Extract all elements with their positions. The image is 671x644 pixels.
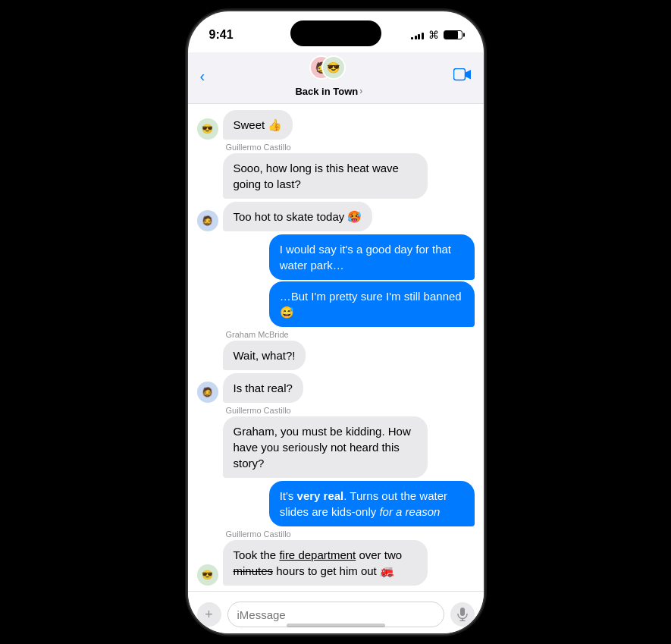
messages-area: 😎 Sweet 👍 Guillermo Castillo Sooo, how l… [188, 104, 484, 591]
group-avatars: 🧔 😎 [309, 55, 349, 84]
plus-button[interactable]: + [197, 602, 221, 627]
group-avatar-2: 😎 [321, 55, 346, 80]
sender-name-guillermo3: Guillermo Castillo [226, 529, 291, 539]
message-row-veryreal: It's very real. Turns out the water slid… [197, 481, 475, 526]
sender-name-guillermo2: Guillermo Castillo [226, 406, 291, 415]
message-row-partial: 😎 Sweet 👍 [197, 110, 475, 140]
message-row-firedept: 😎 Guillermo Castillo Took the fire depar… [197, 529, 475, 586]
home-indicator [287, 624, 385, 627]
back-button[interactable]: ‹ [200, 69, 205, 83]
svg-rect-0 [453, 69, 465, 80]
message-row-toohot: 🧔 Too hot to skate today 🥵 [197, 202, 475, 231]
bubble-waterpark-1: I would say it's a good day for that wat… [269, 234, 475, 280]
bubble-col-partial: Sweet 👍 [223, 110, 293, 140]
bubble-col-waitwhat: Graham McBride Wait, what?! [223, 330, 306, 370]
bubble-isreal: Is that real? [223, 373, 303, 403]
bubble-col-kidding: Guillermo Castillo Graham, you must be k… [223, 406, 428, 478]
bubble-partial: Sweet 👍 [223, 110, 293, 140]
signal-bars-icon [411, 30, 424, 39]
message-row-isreal: 🧔 Is that real? [197, 373, 475, 403]
msg-avatar-toohot: 🧔 [197, 210, 218, 231]
msg-avatar-partial: 😎 [197, 118, 218, 140]
bubble-col-toohot: Too hot to skate today 🥵 [223, 202, 373, 231]
bubble-heatwave: Sooo, how long is this heat wave going t… [223, 153, 428, 199]
bubble-firedept: Took the fire department over two minute… [223, 540, 428, 586]
bubble-toohot: Too hot to skate today 🥵 [223, 202, 373, 231]
bubble-waterpark-2: …But I'm pretty sure I'm still banned 😅 [269, 281, 475, 327]
svg-rect-1 [460, 608, 465, 616]
status-time: 9:41 [209, 28, 234, 42]
group-name-chevron-icon: › [359, 86, 362, 96]
signal-bar-1 [411, 37, 413, 39]
dynamic-island [290, 20, 381, 46]
bubble-kidding: Graham, you must be kidding. How have yo… [223, 416, 428, 478]
wifi-icon: ⌘ [428, 29, 439, 41]
mic-button[interactable] [450, 602, 475, 627]
message-row-heatwave: Guillermo Castillo Sooo, how long is thi… [197, 143, 475, 199]
bubble-col-isreal: Is that real? [223, 373, 303, 403]
sender-name-guillermo1: Guillermo Castillo [226, 143, 291, 152]
bubble-col-heatwave: Guillermo Castillo Sooo, how long is thi… [223, 143, 428, 199]
bubble-col-waterpark: I would say it's a good day for that wat… [269, 234, 475, 327]
group-name-text: Back in Town [295, 86, 358, 97]
nav-bar: ‹ 🧔 😎 Back in Town › [188, 52, 484, 104]
plus-icon: + [205, 607, 213, 623]
bubble-col-firedept: Guillermo Castillo Took the fire departm… [223, 529, 428, 586]
group-name: Back in Town › [295, 86, 362, 97]
message-row-kidding: Guillermo Castillo Graham, you must be k… [197, 406, 475, 478]
bubble-col-veryreal: It's very real. Turns out the water slid… [269, 481, 475, 526]
battery-icon [444, 30, 462, 39]
battery-fill [444, 31, 458, 39]
back-chevron-icon: ‹ [200, 68, 205, 83]
msg-avatar-firedept: 😎 [197, 564, 218, 586]
status-icons: ⌘ [411, 29, 462, 41]
strikethrough-minutes: minutes [234, 564, 274, 577]
message-row-waitwhat: Graham McBride Wait, what?! [197, 330, 475, 370]
msg-avatar-isreal: 🧔 [197, 382, 218, 403]
phone-shell: 9:41 ⌘ ‹ 🧔 😎 Back in Town [188, 11, 484, 633]
group-header[interactable]: 🧔 😎 Back in Town › [295, 55, 362, 97]
signal-bar-4 [422, 33, 424, 39]
sender-name-graham: Graham McBride [226, 330, 289, 339]
signal-bar-2 [415, 36, 417, 39]
bubble-waitwhat: Wait, what?! [223, 341, 306, 370]
bubble-veryreal: It's very real. Turns out the water slid… [269, 481, 475, 526]
message-row-waterpark: I would say it's a good day for that wat… [197, 234, 475, 327]
underline-firedept: fire department [279, 548, 356, 561]
video-call-button[interactable] [453, 66, 472, 86]
signal-bar-3 [418, 34, 420, 39]
